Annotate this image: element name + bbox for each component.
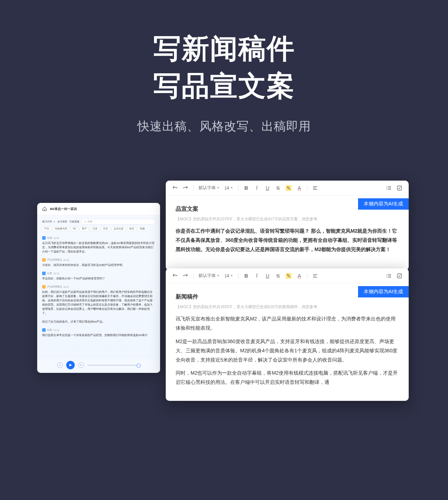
size-select[interactable]: 14▼ [225,186,233,191]
highlight-button[interactable]: ✎ [286,185,291,191]
editor-toolbar: 默认字体▼ 14▼ B I U S ✎ A [166,268,409,283]
font-select[interactable]: 默认字体▼ [199,273,220,279]
editor-toolbar: 默认字体▼ 14▼ B I U S ✎ A [166,181,409,195]
ai-badge: 本侧内容为AI生成 [358,198,409,210]
hero-section: 写新闻稿件 写品宣文案 快速出稿、风格改写、出稿即用 [0,0,448,135]
italic-button[interactable]: I [254,185,260,191]
svg-point-5 [387,186,387,187]
search-icon [84,221,86,223]
svg-point-15 [387,274,387,275]
forward-button[interactable]: 5 [78,362,84,368]
message: 经过了好几轮的迭代，才有了我们现在的M2产品。 [37,318,160,326]
redo-icon[interactable] [183,185,188,191]
svg-point-7 [387,188,387,188]
tag[interactable]: 用户 [80,227,89,231]
message: 记者00:33 李总您好，您能先介绍一下M2产品的研发背景吗？ [37,269,160,283]
tag[interactable]: 收音 [127,227,136,231]
message-text: 近日讯飞听见宣布即将推出一款全新的智能麦克风M2，这款M2将采用最新的技术和设计… [42,241,155,254]
size-select[interactable]: 14▼ [225,273,233,278]
svg-point-9 [387,189,387,190]
output-meta: 【AIGC】您的原始文件共1825字，星火大模型已生成616字的新闻稿件，供您参… [176,304,399,309]
strikethrough-button[interactable]: S [275,185,281,191]
avatar [42,285,46,289]
text-color-button[interactable]: A [296,273,302,279]
svg-point-0 [84,221,86,222]
transcript-controls: 展示内容▼ 全文摘要 语篇规整 搜索 [37,215,160,227]
list-button[interactable] [386,185,392,191]
tab-display[interactable]: 展示内容▼ [42,220,55,223]
italic-button[interactable]: I [254,273,260,279]
message: 记者00:05 近日讯飞听见宣布即将推出一款全新的智能麦克风M2，这款M2将采用… [37,234,160,256]
message-text: 我们也看出来李总您是一个非常执着的产品经理。您能给我们详细的讲讲这款M2有什 [42,333,155,337]
transcript-title: M2李总一对一采访 [50,207,77,211]
message-text: 好的，我们设计这款产品最早还是来源于我们的用户，我们有用户经常抱怨手机电脑识音效… [42,290,155,316]
tag[interactable]: 语音 [101,227,110,231]
hero-title-1: 写新闻稿件 [0,30,448,67]
tab-summary[interactable]: 全文摘要 [57,220,67,223]
message: 记者01:22 我们也看出来李总您是一个非常执着的产品经理。您能给我们详细的讲讲… [37,326,160,340]
home-icon[interactable] [42,206,47,211]
checklist-button[interactable] [397,273,402,279]
ai-panel-news: 默认字体▼ 14▼ B I U S ✎ A 本侧内容为AI生成 新闻稿件 【AI… [166,268,409,401]
avatar [42,258,46,262]
avatar [42,328,46,332]
svg-point-17 [387,275,387,276]
message: 产品经理李总00:41 好的，我们设计这款产品最早还是来源于我们的用户，我们有用… [37,283,160,318]
message-text: 大家好，很高兴来到科技前沿，我是讯飞听见M2的产品经理李明。 [42,263,155,267]
tag[interactable]: 智能麦克风 [53,227,69,231]
progress-bar[interactable] [87,365,141,366]
search-input[interactable]: 搜索 [81,219,155,225]
ai-badge: 本侧内容为AI生成 [358,286,409,297]
output-meta: 【AIGC】您的原始文件共2378字，星火大模型已生成417字的品宣文案，供您参… [176,216,399,222]
ai-panel-brand: 默认字体▼ 14▼ B I U S ✎ A 本侧内容为AI生成 品宣文案 【AI… [166,181,409,270]
paragraph: 讯飞听见宣布推出全新智能麦克风M2，该产品采用最新的技术和设计理念，为消费者带来… [176,314,399,333]
hero-subtitle: 快速出稿、风格改写、出稿即用 [0,118,448,135]
redo-icon[interactable] [183,273,188,279]
text-color-button[interactable]: A [296,185,302,191]
bold-button[interactable]: B [243,273,249,279]
tag[interactable]: M2 [71,227,78,231]
svg-line-1 [85,222,86,223]
undo-icon[interactable] [172,273,178,279]
transcript-tags: 产品 智能麦克风 M2 用户 记者 语音 会议纪要 收音 电脑 [37,227,160,234]
underline-button[interactable]: U [265,273,270,279]
avatar [42,272,46,275]
svg-point-19 [387,277,387,278]
rewind-button[interactable]: 5 [57,362,63,368]
paragraph: 同时，M2也可以作为一款全自动字幕组，将M2使用有线模式连接电脑，搭配讯飞听见客… [176,369,399,387]
highlight-button[interactable]: ✎ [286,273,291,279]
hero-title-2: 写品宣文案 [0,67,448,104]
underline-button[interactable]: U [265,185,270,191]
message: 产品经理李总00:26 大家好，很高兴来到科技前沿，我是讯飞听见M2的产品经理李… [37,256,160,269]
transcript-panel: M2李总一对一采访 展示内容▼ 全文摘要 语篇规整 搜索 产品 智能麦克风 M2… [37,203,160,373]
tag[interactable]: 产品 [42,227,51,231]
tag[interactable]: 记者 [90,227,100,231]
paragraph: M2是一款高品质音响加360度收音麦克风产品，支持蓝牙和有线连接，能够提供还原度… [176,337,399,365]
audio-controls: 5 5 [37,357,160,373]
play-button[interactable] [66,361,75,369]
align-button[interactable] [312,185,318,191]
message-text: 李总您好，您能先介绍一下M2产品的研发背景吗？ [42,277,155,281]
paragraph: 你是否在工作中遇到了会议记录混乱、语音转写繁琐等问题？ 那么，智能麦克风M2就是… [176,227,399,254]
undo-icon[interactable] [172,185,178,191]
transcript-header: M2李总一对一采访 [37,203,160,215]
align-button[interactable] [312,273,318,279]
message-text: 经过了好几轮的迭代，才有了我们现在的M2产品。 [42,320,155,324]
font-select[interactable]: 默认字体▼ [199,185,220,191]
tab-refine[interactable]: 语篇规整 [69,220,79,223]
bold-button[interactable]: B [243,185,249,191]
tag[interactable]: 电脑 [138,227,147,231]
checklist-button[interactable] [397,185,402,191]
list-button[interactable] [386,273,392,279]
output-body: 你是否在工作中遇到了会议记录混乱、语音转写繁琐等问题？ 那么，智能麦克风M2就是… [176,227,399,254]
strikethrough-button[interactable]: S [275,273,281,279]
output-body: 讯飞听见宣布推出全新智能麦克风M2，该产品采用最新的技术和设计理念，为消费者带来… [176,314,399,387]
tag[interactable]: 会议纪要 [112,227,126,231]
avatar [42,236,46,240]
